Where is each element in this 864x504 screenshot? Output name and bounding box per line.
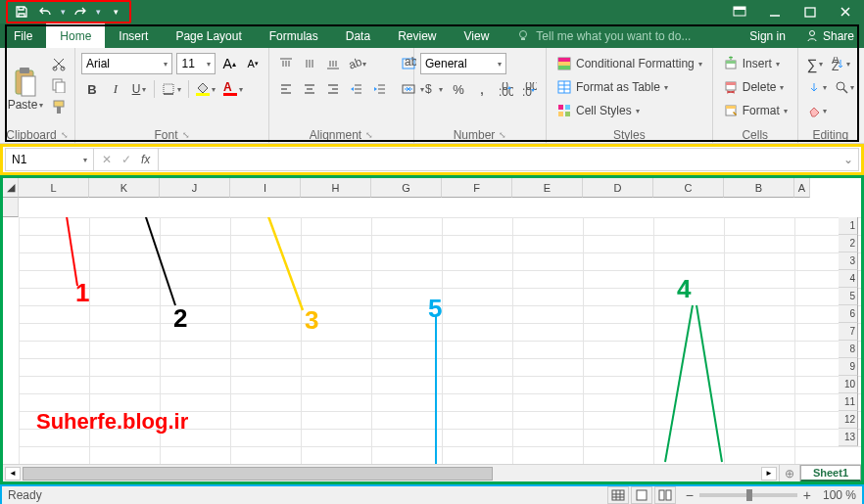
align-right-icon[interactable] <box>322 78 344 100</box>
sheet-tab[interactable]: Sheet1 <box>800 465 861 481</box>
cut-icon[interactable] <box>49 55 69 72</box>
column-header[interactable]: H <box>301 178 371 198</box>
page-layout-view-icon[interactable] <box>631 486 652 504</box>
column-header[interactable]: L <box>19 178 89 198</box>
row-header[interactable]: 5 <box>839 288 858 305</box>
new-sheet-button[interactable]: ⊕ <box>779 465 800 481</box>
borders-button[interactable]: ▾ <box>159 78 184 100</box>
scroll-right-icon[interactable]: ► <box>761 467 777 481</box>
redo-dropdown-icon[interactable]: ▾ <box>94 7 102 17</box>
column-header[interactable]: A <box>794 178 810 198</box>
tab-page-layout[interactable]: Page Layout <box>162 23 255 48</box>
font-name-selector[interactable]: Arial▾ <box>81 53 172 74</box>
column-header[interactable]: B <box>724 178 794 198</box>
formula-input[interactable] <box>159 149 839 170</box>
tab-formulas[interactable]: Formulas <box>256 23 332 48</box>
bold-button[interactable]: B <box>81 78 103 100</box>
conditional-formatting-button[interactable]: Conditional Formatting▾ <box>552 53 706 74</box>
align-middle-icon[interactable] <box>299 53 320 74</box>
row-header[interactable]: 9 <box>839 358 858 376</box>
font-color-button[interactable]: A▾ <box>220 78 246 100</box>
accounting-format-button[interactable]: $▾ <box>420 78 446 100</box>
row-header[interactable]: 11 <box>839 393 858 411</box>
column-header[interactable]: K <box>89 178 160 198</box>
hscroll-thumb[interactable] <box>23 467 493 481</box>
fill-button[interactable]: ▾ <box>804 76 830 98</box>
column-header[interactable]: D <box>583 178 653 198</box>
insert-function-icon[interactable]: fx <box>141 153 150 166</box>
column-header[interactable]: G <box>371 178 442 198</box>
column-header[interactable]: C <box>653 178 724 198</box>
increase-decimal-icon[interactable]: .0.00 <box>495 78 516 100</box>
select-all-corner[interactable]: ◢ <box>3 178 19 198</box>
clear-button[interactable]: ▾ <box>804 100 830 121</box>
alignment-launcher-icon[interactable]: ⤡ <box>365 130 373 140</box>
enter-formula-icon[interactable]: ✓ <box>121 153 131 166</box>
percent-button[interactable]: % <box>448 78 469 100</box>
save-icon[interactable] <box>12 2 31 22</box>
sort-filter-button[interactable]: AZ▾ <box>828 53 853 74</box>
format-cells-button[interactable]: Format▾ <box>719 100 792 121</box>
align-bottom-icon[interactable] <box>322 53 344 74</box>
redo-icon[interactable] <box>71 2 90 22</box>
row-header[interactable]: 6 <box>839 305 858 323</box>
decrease-decimal-icon[interactable]: .00.0 <box>518 78 540 100</box>
row-header[interactable]: 2 <box>839 235 858 252</box>
cells-area[interactable]: 1 2 3 4 5 Suherfe.blog.ir <box>19 217 861 464</box>
row-header[interactable]: 7 <box>839 323 858 341</box>
tell-me-search[interactable]: Tell me what you want to do... <box>503 23 704 48</box>
tab-home[interactable]: Home <box>46 23 105 48</box>
insert-cells-button[interactable]: Insert▾ <box>719 53 792 74</box>
decrease-font-icon[interactable]: A▾ <box>243 53 263 74</box>
format-as-table-button[interactable]: Format as Table▾ <box>552 76 706 98</box>
fill-color-button[interactable]: ▾ <box>193 78 218 100</box>
share-button[interactable]: Share <box>795 23 864 48</box>
row-header[interactable]: 13 <box>839 429 858 446</box>
column-header[interactable]: E <box>512 178 583 198</box>
column-header[interactable]: F <box>442 178 512 198</box>
column-header[interactable]: I <box>230 178 301 198</box>
tab-file[interactable]: File <box>0 23 46 48</box>
number-format-selector[interactable]: General▾ <box>420 53 506 74</box>
expand-formula-bar-icon[interactable]: ⌄ <box>839 153 858 166</box>
delete-cells-button[interactable]: Delete▾ <box>719 76 792 98</box>
autosum-button[interactable]: ∑▾ <box>804 53 827 74</box>
row-header[interactable]: 8 <box>839 341 858 358</box>
increase-font-icon[interactable]: A▴ <box>219 53 239 74</box>
scroll-left-icon[interactable]: ◄ <box>5 467 21 481</box>
normal-view-icon[interactable] <box>607 486 629 504</box>
orientation-icon[interactable]: ab▾ <box>346 53 367 74</box>
tab-data[interactable]: Data <box>332 23 384 48</box>
undo-icon[interactable] <box>35 2 55 22</box>
align-center-icon[interactable] <box>299 78 320 100</box>
comma-button[interactable]: , <box>471 78 493 100</box>
row-header[interactable]: 1 <box>839 217 858 235</box>
copy-icon[interactable] <box>49 76 69 94</box>
row-header[interactable]: 10 <box>839 376 858 393</box>
format-painter-icon[interactable] <box>49 98 69 115</box>
number-launcher-icon[interactable]: ⤡ <box>499 130 506 140</box>
close-icon[interactable] <box>833 2 858 22</box>
row-header[interactable]: 3 <box>839 252 858 270</box>
find-select-button[interactable]: ▾ <box>832 76 857 98</box>
row-header[interactable]: 4 <box>839 270 858 288</box>
maximize-icon[interactable] <box>797 2 823 22</box>
zoom-in-button[interactable]: + <box>803 487 811 503</box>
paste-button[interactable]: Paste▾ <box>6 51 45 127</box>
clipboard-launcher-icon[interactable]: ⤡ <box>61 130 69 140</box>
ribbon-display-icon[interactable] <box>727 2 752 22</box>
cancel-formula-icon[interactable]: ✕ <box>102 153 112 166</box>
decrease-indent-icon[interactable] <box>346 78 367 100</box>
minimize-icon[interactable] <box>762 2 788 22</box>
tab-view[interactable]: View <box>451 23 504 48</box>
column-header[interactable]: J <box>160 178 230 198</box>
row-header[interactable]: 12 <box>839 411 858 429</box>
italic-button[interactable]: I <box>105 78 126 100</box>
font-size-selector[interactable]: 11▾ <box>176 53 216 74</box>
tab-insert[interactable]: Insert <box>105 23 162 48</box>
page-break-view-icon[interactable] <box>654 486 676 504</box>
increase-indent-icon[interactable] <box>369 78 391 100</box>
sign-in-button[interactable]: Sign in <box>740 23 795 48</box>
align-top-icon[interactable] <box>275 53 297 74</box>
align-left-icon[interactable] <box>275 78 297 100</box>
